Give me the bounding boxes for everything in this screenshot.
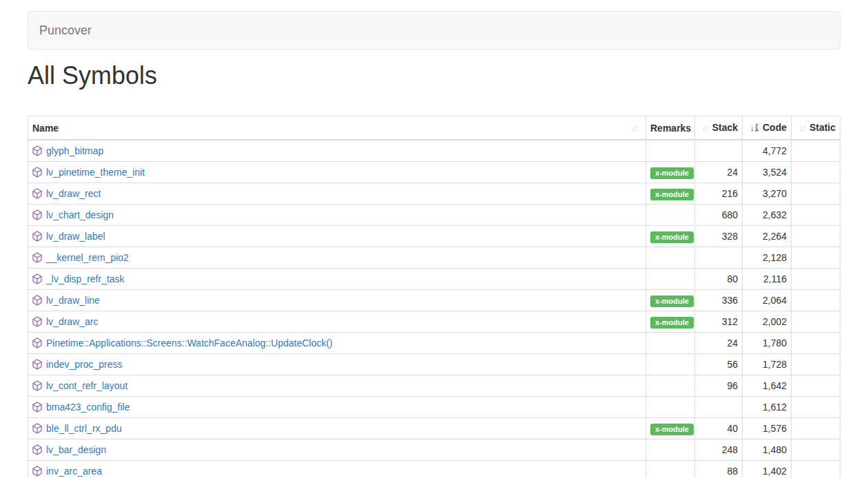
remark-cell: x-module [646,290,695,311]
code-cell: 1,642 [743,375,792,397]
remark-cell [646,397,695,418]
table-row: lv_draw_line x-module 336 2,064 [28,290,840,311]
stack-cell: 24 [695,333,743,354]
static-cell [792,205,840,226]
static-cell [792,290,840,311]
symbol-link[interactable]: __kernel_rem_pio2 [46,252,129,263]
symbol-link[interactable]: ble_ll_ctrl_rx_pdu [46,423,122,434]
code-cell: 2,632 [743,205,792,226]
symbol-link[interactable]: lv_draw_rect [46,188,101,199]
table-row: _lv_disp_refr_task 80 2,116 [28,269,840,290]
static-cell [792,461,840,478]
sort-unsorted-icon: ↓↑ [631,121,637,135]
navbar-brand-link[interactable]: Puncover [28,23,103,38]
symbol-link[interactable]: lv_chart_design [46,209,114,220]
x-module-badge: x-module [650,231,694,243]
table-row: lv_cont_refr_layout 96 1,642 [28,375,840,397]
static-cell [792,418,840,439]
symbol-link[interactable]: bma423_config_file [46,402,130,413]
static-cell [792,269,840,290]
remark-cell [646,439,695,461]
name-cell: lv_chart_design [28,205,646,226]
stack-cell [695,140,743,162]
code-cell: 1,780 [743,333,792,354]
symbol-link[interactable]: _lv_disp_refr_task [46,273,125,284]
code-cell: 3,524 [743,162,792,183]
remark-cell [646,205,695,226]
table-row: lv_draw_label x-module 328 2,264 [28,226,840,247]
symbol-cube-icon [32,444,42,455]
symbol-cube-icon [32,209,42,220]
remark-cell [646,269,695,290]
name-cell: bma423_config_file [28,397,646,418]
static-cell [792,375,840,397]
static-cell [792,397,840,418]
symbol-link[interactable]: inv_arc_area [46,466,102,477]
symbol-link[interactable]: lv_pinetime_theme_init [46,167,145,178]
name-cell: lv_pinetime_theme_init [28,162,646,183]
stack-cell: 216 [695,183,743,205]
x-module-badge: x-module [650,167,694,179]
symbol-cube-icon [32,145,42,156]
name-cell: lv_draw_rect [28,183,646,205]
code-cell: 2,002 [743,311,792,333]
table-row: Pinetime::Applications::Screens::WatchFa… [28,333,840,354]
table-header-row: Name ↓↑ Remarks ↓↑Stack ↓ZACode ↓↑Static [28,116,840,141]
table-row: bma423_config_file 1,612 [28,397,840,418]
remark-cell: x-module [646,418,695,439]
static-cell [792,354,840,375]
page-title: All Symbols [28,62,840,90]
name-cell: inv_arc_area [28,461,646,478]
symbol-link[interactable]: Pinetime::Applications::Screens::WatchFa… [46,337,333,349]
remark-cell [646,140,695,162]
stack-cell: 80 [695,269,743,290]
table-row: inv_arc_area 88 1,402 [28,461,840,478]
stack-cell: 88 [695,461,743,478]
symbol-link[interactable]: lv_bar_design [46,444,106,455]
column-header-stack-label: Stack [712,122,738,133]
stack-cell: 328 [695,226,743,247]
symbol-link[interactable]: glyph_bitmap [46,145,103,156]
symbol-link[interactable]: indev_proc_press [46,359,123,370]
static-cell [792,183,840,205]
code-cell: 2,064 [743,290,792,311]
navbar: Puncover [28,11,840,50]
column-header-remarks[interactable]: Remarks [646,116,695,141]
symbol-cube-icon [32,423,42,434]
stack-cell: 680 [695,205,743,226]
symbol-link[interactable]: lv_draw_line [46,295,100,306]
column-header-remarks-label: Remarks [650,123,691,134]
code-cell: 1,402 [743,461,792,478]
name-cell: indev_proc_press [28,354,646,375]
table-row: __kernel_rem_pio2 2,128 [28,247,840,269]
name-cell: lv_cont_refr_layout [28,375,646,397]
table-row: indev_proc_press 56 1,728 [28,354,840,375]
stack-cell [695,247,743,269]
name-cell: ble_ll_ctrl_rx_pdu [28,418,646,439]
column-header-code-label: Code [763,122,787,133]
x-module-badge: x-module [650,317,694,329]
remark-cell [646,461,695,478]
symbol-cube-icon [32,316,42,327]
column-header-name[interactable]: Name ↓↑ [28,116,646,141]
symbol-link[interactable]: lv_draw_label [46,231,105,242]
name-cell: _lv_disp_refr_task [28,269,646,290]
table-row: glyph_bitmap 4,772 [28,140,840,162]
static-cell [792,247,840,269]
column-header-stack[interactable]: ↓↑Stack [695,116,743,141]
stack-cell: 40 [695,418,743,439]
symbol-cube-icon [32,188,42,199]
code-cell: 3,270 [743,183,792,205]
remark-cell: x-module [646,226,695,247]
stack-cell: 248 [695,439,743,461]
stack-cell: 312 [695,311,743,333]
column-header-static[interactable]: ↓↑Static [792,116,840,141]
symbol-link[interactable]: lv_draw_arc [46,316,98,327]
column-header-code[interactable]: ↓ZACode [743,116,792,141]
static-cell [792,439,840,461]
symbol-cube-icon [32,402,42,413]
stack-cell: 56 [695,354,743,375]
symbol-link[interactable]: lv_cont_refr_layout [46,380,127,391]
remark-cell [646,333,695,354]
code-cell: 1,612 [743,397,792,418]
